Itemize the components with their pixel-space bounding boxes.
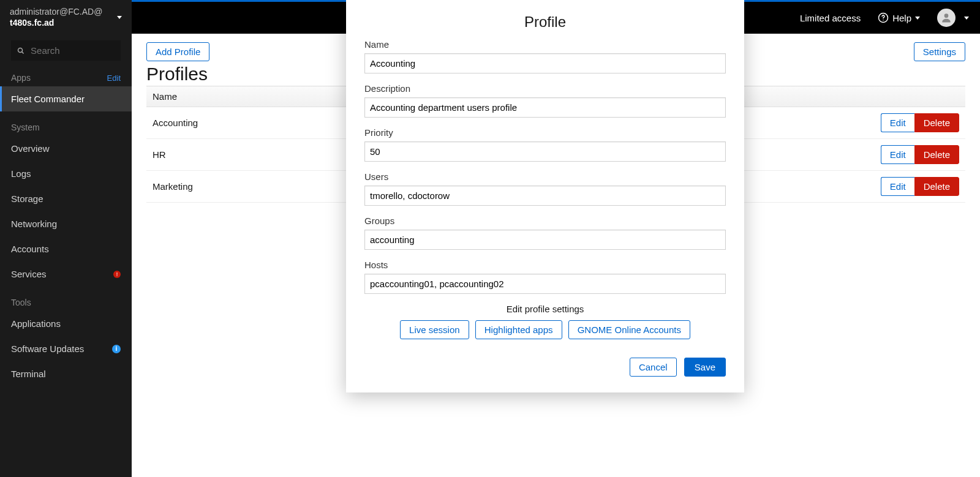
sidebar-item-networking[interactable]: Networking [0, 211, 132, 236]
user-icon [940, 12, 952, 24]
highlighted-apps-button[interactable]: Highlighted apps [475, 320, 562, 339]
chevron-down-icon [117, 16, 122, 19]
edit-profile-button[interactable]: Edit [881, 145, 914, 164]
sidebar-search [11, 40, 121, 61]
sidebar-item-label: Applications [11, 318, 61, 329]
gnome-online-accounts-button[interactable]: GNOME Online Accounts [568, 320, 690, 339]
description-field[interactable] [364, 97, 726, 118]
user-avatar[interactable] [937, 9, 956, 27]
sidebar-item-label: Storage [11, 193, 43, 204]
help-label: Help [892, 13, 911, 23]
svg-point-2 [944, 13, 949, 18]
sidebar-item-label: Terminal [11, 369, 46, 379]
delete-profile-button[interactable]: Delete [914, 145, 959, 164]
delete-profile-button[interactable]: Delete [914, 113, 959, 132]
svg-point-1 [883, 20, 884, 21]
live-session-button[interactable]: Live session [400, 320, 469, 339]
profile-edit-dialog: Profile Name Description Priority Users … [346, 0, 744, 392]
alert-badge-icon: ! [113, 271, 121, 278]
server-host-line: t480s.fc.ad [10, 17, 102, 28]
chevron-down-icon [915, 17, 920, 20]
search-input[interactable] [31, 45, 115, 56]
sidebar-section-apps: Apps [11, 73, 31, 83]
sidebar-item-label: Fleet Commander [11, 94, 85, 104]
sidebar-item-logs[interactable]: Logs [0, 161, 132, 186]
sidebar-section-system: System [11, 122, 40, 132]
edit-profile-button[interactable]: Edit [881, 113, 914, 132]
sidebar-item-storage[interactable]: Storage [0, 186, 132, 211]
sidebar-item-label: Accounts [11, 244, 49, 254]
sidebar-item-applications[interactable]: Applications [0, 311, 132, 336]
sidebar-section-tools: Tools [11, 298, 31, 307]
sidebar-item-label: Services [11, 269, 47, 279]
name-field-label: Name [364, 39, 726, 50]
svg-point-3 [18, 48, 23, 52]
help-icon [878, 12, 889, 23]
sidebar-item-label: Software Updates [11, 344, 84, 354]
users-field[interactable] [364, 186, 726, 206]
user-menu-caret-icon[interactable] [964, 17, 969, 20]
cancel-button[interactable]: Cancel [630, 358, 677, 377]
groups-field-label: Groups [364, 216, 726, 226]
hosts-field[interactable] [364, 274, 726, 294]
limited-access-label: Limited access [800, 13, 861, 23]
sidebar-item-overview[interactable]: Overview [0, 136, 132, 161]
priority-field-label: Priority [364, 127, 726, 138]
server-switcher[interactable]: administrator@FC.AD@ t480s.fc.ad [0, 0, 132, 34]
settings-button[interactable]: Settings [914, 42, 965, 61]
delete-profile-button[interactable]: Delete [914, 177, 959, 196]
sidebar-item-accounts[interactable]: Accounts [0, 236, 132, 261]
description-field-label: Description [364, 83, 726, 94]
hosts-field-label: Hosts [364, 260, 726, 270]
sidebar-item-label: Logs [11, 168, 31, 179]
info-badge-icon: i [112, 345, 121, 353]
edit-profile-settings-label: Edit profile settings [364, 304, 726, 314]
sidebar-item-software-updates[interactable]: Software Updates i [0, 336, 132, 361]
sidebar-item-services[interactable]: Services ! [0, 261, 132, 287]
dialog-title: Profile [346, 13, 744, 31]
sidebar: administrator@FC.AD@ t480s.fc.ad Apps Ed… [0, 0, 132, 477]
name-field[interactable] [364, 53, 726, 73]
server-user-line: administrator@FC.AD@ [10, 6, 102, 17]
sidebar-item-fleet-commander[interactable]: Fleet Commander [0, 86, 132, 111]
sidebar-item-terminal[interactable]: Terminal [0, 361, 132, 386]
edit-profile-button[interactable]: Edit [881, 177, 914, 196]
save-button[interactable]: Save [684, 358, 726, 377]
sidebar-item-label: Networking [11, 219, 57, 229]
sidebar-item-label: Overview [11, 143, 50, 154]
help-menu[interactable]: Help [878, 12, 920, 23]
add-profile-button[interactable]: Add Profile [146, 42, 209, 61]
groups-field[interactable] [364, 230, 726, 250]
priority-field[interactable] [364, 141, 726, 162]
users-field-label: Users [364, 171, 726, 182]
search-icon [17, 47, 24, 55]
sidebar-apps-edit-link[interactable]: Edit [107, 73, 121, 83]
svg-line-4 [22, 51, 24, 53]
